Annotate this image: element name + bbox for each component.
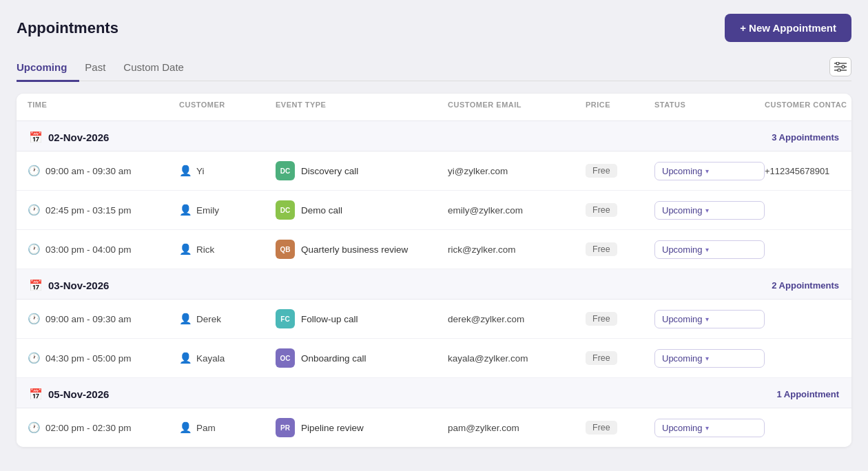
status-dropdown[interactable]: Upcoming ▾: [654, 162, 765, 180]
table-row: 🕐 03:00 pm - 04:00 pm 👤 Rick QB Quarterl…: [17, 230, 851, 269]
time-value: 03:00 pm - 04:00 pm: [45, 244, 132, 255]
status-dropdown[interactable]: Upcoming ▾: [654, 201, 765, 220]
page-title: Appointments: [17, 19, 118, 37]
chevron-down-icon: ▾: [705, 424, 709, 432]
email-cell: derek@zylker.com: [448, 314, 586, 324]
contact-cell: +112345678901: [765, 166, 851, 176]
svg-point-4: [842, 65, 845, 68]
col-price: PRICE: [586, 101, 654, 114]
new-appointment-button[interactable]: + New Appointment: [725, 14, 851, 42]
customer-name: Derek: [196, 314, 221, 324]
time-value: 09:00 am - 09:30 am: [45, 166, 132, 176]
status-dropdown[interactable]: Upcoming ▾: [654, 310, 765, 328]
event-badge: OC: [276, 348, 295, 368]
event-badge: DC: [276, 200, 295, 220]
email-cell: kayala@zylker.com: [448, 353, 586, 364]
event-name: Discovery call: [301, 166, 358, 176]
date-group-2: 📅 03-Nov-2026 2 Appointments: [17, 269, 851, 300]
event-badge: QB: [276, 240, 295, 259]
customer-cell: 👤 Derek: [179, 313, 276, 325]
time-cell: 🕐 09:00 am - 09:30 am: [28, 165, 179, 177]
event-cell: OC Onboarding call: [276, 348, 448, 368]
customer-name: Emily: [196, 205, 219, 216]
clock-icon: 🕐: [28, 165, 41, 177]
time-cell: 🕐 02:00 pm - 02:30 pm: [28, 421, 179, 434]
clock-icon: 🕐: [28, 243, 41, 255]
customer-cell: 👤 Rick: [179, 243, 276, 255]
col-email: CUSTOMER EMAIL: [448, 101, 586, 114]
event-name: Onboarding call: [301, 353, 366, 364]
date-label-2: 03-Nov-2026: [48, 280, 109, 291]
email-cell: emily@zylker.com: [448, 205, 586, 216]
time-value: 04:30 pm - 05:00 pm: [45, 353, 132, 364]
svg-point-5: [838, 69, 840, 72]
price-cell: Free: [586, 351, 654, 365]
status-cell: Upcoming ▾: [654, 349, 765, 368]
appt-count-2: 2 Appointments: [772, 280, 839, 291]
event-cell: DC Demo call: [276, 200, 448, 220]
customer-cell: 👤 Kayala: [179, 352, 276, 364]
status-label: Upcoming: [662, 353, 703, 364]
status-dropdown[interactable]: Upcoming ▾: [654, 419, 765, 437]
customer-cell: 👤 Emily: [179, 204, 276, 216]
table-row: 🕐 04:30 pm - 05:00 pm 👤 Kayala OC Onboar…: [17, 339, 851, 378]
chevron-down-icon: ▾: [705, 207, 709, 214]
clock-icon: 🕐: [28, 352, 41, 364]
col-time: TIME: [28, 101, 179, 114]
date-label-3: 05-Nov-2026: [48, 388, 109, 400]
free-badge: Free: [586, 421, 617, 435]
date-icon-1: 📅: [29, 131, 43, 144]
status-cell: Upcoming ▾: [654, 310, 765, 328]
page-header: Appointments + New Appointment: [17, 14, 851, 42]
appt-count-3: 1 Appointment: [776, 389, 839, 399]
clock-icon: 🕐: [28, 421, 41, 434]
date-group-1: 📅 02-Nov-2026 3 Appointments: [17, 121, 851, 151]
chevron-down-icon: ▾: [705, 355, 709, 362]
status-label: Upcoming: [662, 314, 703, 324]
chevron-down-icon: ▾: [705, 315, 709, 323]
chevron-down-icon: ▾: [705, 246, 709, 253]
table-row: 🕐 09:00 am - 09:30 am 👤 Derek FC Follow-…: [17, 300, 851, 339]
tab-past[interactable]: Past: [85, 54, 118, 82]
appointments-page: Appointments + New Appointment Upcoming …: [0, 0, 868, 471]
customer-name: Kayala: [196, 353, 225, 364]
filter-icon-button[interactable]: [829, 57, 851, 76]
status-dropdown[interactable]: Upcoming ▾: [654, 349, 765, 368]
date-group-3: 📅 05-Nov-2026 1 Appointment: [17, 378, 851, 408]
date-icon-3: 📅: [29, 388, 43, 401]
free-badge: Free: [586, 351, 617, 365]
event-badge: FC: [276, 309, 295, 328]
event-badge: DC: [276, 161, 295, 180]
price-cell: Free: [586, 164, 654, 178]
table-row: 🕐 09:00 am - 09:30 am 👤 Yi DC Discovery …: [17, 151, 851, 191]
email-cell: pam@zylker.com: [448, 423, 586, 433]
status-label: Upcoming: [662, 423, 703, 433]
time-cell: 🕐 04:30 pm - 05:00 pm: [28, 352, 179, 364]
event-name: Follow-up call: [301, 314, 358, 324]
person-icon: 👤: [179, 421, 192, 434]
customer-name: Yi: [196, 166, 205, 176]
tab-upcoming[interactable]: Upcoming: [17, 54, 79, 82]
price-cell: Free: [586, 421, 654, 435]
free-badge: Free: [586, 312, 617, 326]
table-row: 🕐 02:45 pm - 03:15 pm 👤 Emily DC Demo ca…: [17, 191, 851, 230]
price-cell: Free: [586, 312, 654, 326]
appt-count-1: 3 Appointments: [772, 132, 839, 143]
time-value: 02:00 pm - 02:30 pm: [45, 423, 132, 433]
date-label-1: 02-Nov-2026: [48, 132, 109, 143]
tabs-row: Upcoming Past Custom Date: [17, 53, 851, 81]
event-cell: DC Discovery call: [276, 161, 448, 180]
tab-custom-date[interactable]: Custom Date: [123, 54, 196, 82]
price-cell: Free: [586, 242, 654, 256]
svg-point-3: [836, 62, 839, 65]
email-cell: yi@zylker.com: [448, 166, 586, 176]
status-dropdown[interactable]: Upcoming ▾: [654, 240, 765, 259]
event-name: Demo call: [301, 205, 342, 216]
col-customer: CUSTOMER: [179, 101, 276, 114]
customer-name: Pam: [196, 423, 216, 433]
time-value: 02:45 pm - 03:15 pm: [45, 205, 132, 216]
time-cell: 🕐 03:00 pm - 04:00 pm: [28, 243, 179, 255]
status-label: Upcoming: [662, 244, 703, 255]
col-contact: CUSTOMER CONTAC: [765, 101, 851, 114]
clock-icon: 🕐: [28, 313, 41, 325]
